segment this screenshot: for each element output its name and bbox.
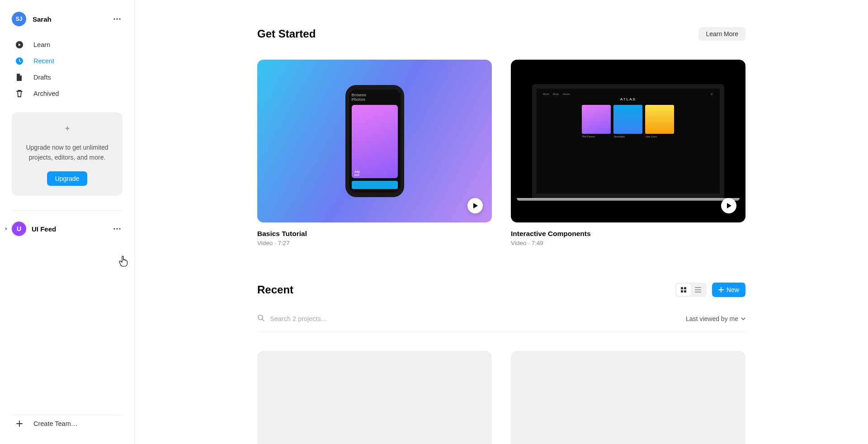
nav-recent[interactable]: Recent bbox=[12, 53, 123, 69]
upgrade-button[interactable]: Upgrade bbox=[47, 171, 88, 186]
play-icon bbox=[473, 203, 478, 209]
nav-label: Drafts bbox=[33, 74, 51, 81]
new-button-label: New bbox=[726, 286, 739, 293]
svg-point-6 bbox=[116, 228, 118, 230]
play-icon bbox=[726, 203, 732, 209]
svg-point-2 bbox=[119, 18, 120, 19]
list-view-button[interactable] bbox=[691, 284, 705, 296]
svg-point-7 bbox=[119, 228, 120, 230]
chevron-down-icon bbox=[741, 317, 745, 320]
project-card[interactable] bbox=[257, 351, 492, 444]
video-thumbnail: BrowsePhotos July2023 bbox=[257, 60, 492, 222]
chevron-right-icon bbox=[5, 225, 8, 233]
nav-label: Archived bbox=[33, 90, 59, 97]
svg-rect-8 bbox=[681, 287, 683, 289]
learn-more-button[interactable]: Learn More bbox=[698, 27, 745, 41]
user-avatar[interactable]: SJ bbox=[12, 12, 26, 26]
sort-dropdown[interactable]: Last viewed by me bbox=[686, 315, 745, 322]
team-avatar: U bbox=[12, 222, 26, 236]
team-name: UI Feed bbox=[32, 225, 106, 233]
video-thumbnail: WorkShopAbout ✕ ATLAS Pink Flowers Seren… bbox=[511, 60, 745, 222]
video-meta: Video · 7:49 bbox=[511, 240, 745, 246]
svg-rect-14 bbox=[695, 292, 701, 293]
video-title: Basics Tutorial bbox=[257, 230, 492, 238]
view-toggle bbox=[675, 283, 707, 297]
team-row[interactable]: U UI Feed bbox=[12, 211, 123, 236]
svg-point-5 bbox=[113, 228, 115, 230]
create-team-button[interactable]: Create Team… bbox=[12, 415, 123, 432]
section-title-recent: Recent bbox=[257, 283, 675, 296]
trash-icon bbox=[15, 90, 24, 98]
user-row: SJ Sarah bbox=[12, 12, 123, 26]
video-card-components[interactable]: WorkShopAbout ✕ ATLAS Pink Flowers Seren… bbox=[511, 60, 745, 246]
svg-rect-13 bbox=[695, 289, 701, 290]
video-meta: Video · 7:27 bbox=[257, 240, 492, 246]
team-more-button[interactable] bbox=[112, 223, 123, 234]
nav-drafts[interactable]: Drafts bbox=[12, 70, 123, 85]
user-name: Sarah bbox=[33, 15, 105, 23]
grid-icon bbox=[680, 287, 687, 293]
play-button[interactable] bbox=[721, 198, 736, 213]
sparkle-icon bbox=[21, 125, 113, 135]
nav-learn[interactable]: Learn bbox=[12, 37, 123, 52]
list-icon bbox=[695, 287, 701, 293]
sort-label: Last viewed by me bbox=[686, 315, 738, 322]
user-more-button[interactable] bbox=[112, 14, 123, 24]
new-button[interactable]: New bbox=[712, 283, 745, 297]
nav-archived[interactable]: Archived bbox=[12, 86, 123, 101]
nav-label: Recent bbox=[33, 57, 54, 65]
svg-rect-12 bbox=[695, 287, 701, 288]
svg-point-1 bbox=[116, 18, 118, 19]
more-icon bbox=[113, 228, 121, 230]
video-title: Interactive Components bbox=[511, 230, 745, 238]
upgrade-card: Upgrade now to get unlimited projects, e… bbox=[12, 112, 123, 196]
more-icon bbox=[113, 18, 121, 20]
play-button[interactable] bbox=[467, 198, 483, 213]
svg-point-0 bbox=[113, 18, 115, 19]
search-icon bbox=[257, 314, 264, 323]
file-icon bbox=[15, 73, 24, 81]
project-card[interactable] bbox=[511, 351, 745, 444]
video-card-basics[interactable]: BrowsePhotos July2023 Basics Tutorial Vi… bbox=[257, 60, 492, 246]
search-input[interactable] bbox=[270, 315, 686, 322]
plus-icon bbox=[15, 420, 24, 428]
svg-rect-9 bbox=[684, 287, 686, 289]
plus-icon bbox=[718, 287, 724, 293]
clock-icon bbox=[15, 57, 24, 65]
grid-view-button[interactable] bbox=[676, 284, 691, 296]
nav-label: Learn bbox=[33, 41, 50, 48]
svg-rect-10 bbox=[681, 290, 683, 293]
create-team-label: Create Team… bbox=[33, 420, 77, 427]
section-title-get-started: Get Started bbox=[257, 28, 316, 40]
play-circle-icon bbox=[15, 41, 24, 49]
svg-rect-11 bbox=[684, 290, 686, 293]
upgrade-text: Upgrade now to get unlimited projects, e… bbox=[21, 143, 113, 162]
